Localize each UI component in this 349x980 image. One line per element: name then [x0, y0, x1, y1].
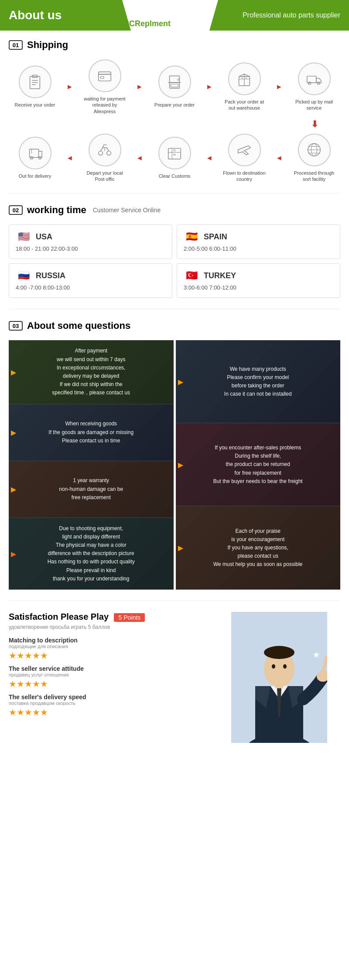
flow-label-out-delivery: Out for delivery [19, 173, 51, 179]
flow-item-prepare: Prepare your order [153, 66, 196, 108]
flow-circle-out-delivery [19, 137, 51, 169]
time-card-spain: 🇪🇸 SPAIN 2:00-5:00 6:00-11:00 [177, 224, 340, 259]
flow-item-payment: waiting for payment released by Aliexpre… [83, 59, 127, 114]
time-card-usa: 🇺🇸 USA 18:00 - 21:00 22:00-3:00 [9, 224, 172, 259]
shipping-section: 01 Shipping Receive your order ► [0, 31, 349, 191]
working-time-sub: Customer Service Online [93, 207, 161, 214]
flow-label-payment: waiting for payment released by Aliexpre… [83, 96, 127, 114]
svg-rect-7 [101, 76, 104, 78]
flow-label-depart: Depart your local Post offic [83, 170, 127, 183]
flow-item-receive: Receive your order [13, 66, 57, 108]
sat-item-2: The seller service attitude продавец усл… [9, 665, 209, 689]
sat-stars-1: ★★★★★ [9, 650, 209, 661]
q-arrow-4: ▶ [11, 549, 16, 558]
flow-label-customs: Clear Customs [159, 173, 191, 179]
sat-item-3-title: The seller's delivery speed [9, 694, 209, 700]
flag-turkey: 🇹🇷 [184, 270, 199, 281]
working-time-label: working time [27, 204, 86, 216]
svg-point-41 [283, 664, 287, 669]
flow-down-arrow: ⬇ [13, 119, 336, 129]
header-right: Professional auto parts supplier [209, 0, 349, 31]
scooter-icon [96, 141, 113, 158]
satisfaction-left: Satisfaction Please Play 5 Points удовле… [9, 612, 209, 743]
flow-label-flown: Flown to destination country [222, 170, 266, 183]
time-usa: 18:00 - 21:00 22:00-3:00 [16, 245, 165, 252]
flow-circle-payment [89, 59, 121, 92]
flag-usa: 🇺🇸 [16, 231, 31, 242]
svg-point-40 [272, 664, 275, 669]
svg-rect-11 [171, 84, 178, 87]
sat-stars-2: ★★★★★ [9, 679, 209, 689]
flow-circle-receive [19, 66, 51, 98]
divider-3 [9, 600, 340, 601]
flow-row-1: Receive your order ► waiting for payment… [13, 59, 336, 114]
time-card-spain-header: 🇪🇸 SPAIN [184, 231, 333, 242]
sat-item-1-title: Matching to description [9, 637, 209, 644]
arrow-3: ► [206, 83, 213, 91]
q-text-right-1: We have many products Please confirm you… [220, 365, 296, 399]
q-text-left-1: After payment we will send out within 7 … [48, 347, 134, 397]
tagline: Professional auto parts supplier [243, 11, 340, 19]
flow-item-pickup: Picked up by mail service [292, 62, 336, 111]
svg-point-12 [178, 79, 179, 80]
q-arrow-r2: ▶ [178, 460, 183, 469]
time-card-russia: 🇷🇺 RUSSIA 4:00 -7:00 8:00-13:00 [9, 263, 172, 298]
q-text-left-3: 1 year warranty non-human damage can be … [55, 476, 127, 502]
arrow-4: ► [276, 83, 283, 91]
flow-circle-prepare [158, 66, 191, 98]
working-time-title-row: 02 working time Customer Service Online [9, 204, 340, 216]
flow-item-customs: Clear Customs [153, 137, 196, 179]
questions-grid: ▶ After payment we will send out within … [9, 340, 340, 589]
flow-circle-depart [89, 134, 121, 166]
svg-rect-8 [170, 76, 180, 83]
svg-point-23 [99, 151, 103, 155]
time-turkey: 3:00-6:00 7:00-12:00 [184, 284, 333, 291]
time-card-usa-header: 🇺🇸 USA [16, 231, 165, 242]
sat-item-1-sub: подходящие для описания [9, 644, 209, 649]
q-arrow-2: ▶ [11, 428, 16, 437]
svg-point-21 [39, 156, 41, 159]
q-block-left-2: ▶ When receiving goods If the goods are … [9, 404, 174, 461]
svg-point-39 [264, 646, 294, 659]
time-card-russia-header: 🇷🇺 RUSSIA [16, 270, 165, 281]
section-num-03: 03 [9, 321, 23, 331]
sat-title: Satisfaction Please Play [9, 612, 109, 621]
header: About us ACCReplment Professional auto p… [0, 0, 349, 31]
person-image: ★ [231, 612, 327, 743]
country-turkey: TURKEY [204, 271, 236, 280]
sat-item-2-title: The seller service attitude [9, 665, 209, 672]
questions-label: About some questions [27, 320, 130, 331]
flow-item-out-delivery: Out for delivery [13, 137, 57, 179]
time-card-turkey: 🇹🇷 TURKEY 3:00-6:00 7:00-12:00 [177, 263, 340, 298]
flow-label-pickup: Picked up by mail service [292, 99, 336, 111]
arrow-r3: ◄ [206, 154, 213, 162]
q-block-right-2: ▶ If you encounter after-sales problems … [176, 423, 341, 506]
svg-rect-16 [307, 76, 316, 83]
svg-rect-25 [168, 148, 181, 159]
time-grid: 🇺🇸 USA 18:00 - 21:00 22:00-3:00 🇪🇸 SPAIN… [9, 224, 340, 298]
sat-title-row: Satisfaction Please Play 5 Points [9, 612, 209, 622]
divider-2 [9, 309, 340, 309]
header-center: ACCReplment [113, 0, 209, 31]
q-arrow-r3: ▶ [178, 544, 183, 552]
svg-point-26 [174, 149, 175, 151]
satisfaction-section: Satisfaction Please Play 5 Points удовле… [0, 603, 349, 752]
shipping-flow: Receive your order ► waiting for payment… [9, 59, 340, 182]
flow-circle-flown [228, 134, 261, 166]
down-arrow-icon: ⬇ [311, 119, 318, 129]
flow-circle-pack [228, 62, 261, 95]
flow-circle-sort [298, 134, 331, 166]
header-left: About us [0, 0, 113, 31]
sat-stars-3: ★★★★★ [9, 707, 209, 718]
flow-item-pack: Pack your order at out warehouse [222, 62, 266, 111]
sat-badge: 5 Points [114, 613, 145, 622]
q-block-left-4: ▶ Due to shooting equipment, light and d… [9, 518, 174, 590]
q-block-right-3: ▶ Each of your praise is your encouragem… [176, 506, 341, 589]
questions-title-row: 03 About some questions [9, 320, 340, 331]
satisfaction-right: ★ [218, 612, 340, 743]
sat-item-3: The seller's delivery speed поставка про… [9, 694, 209, 718]
q-arrow-3: ▶ [11, 485, 16, 493]
svg-rect-5 [99, 72, 111, 81]
customs-icon [166, 145, 183, 162]
section-num-02: 02 [9, 205, 23, 215]
